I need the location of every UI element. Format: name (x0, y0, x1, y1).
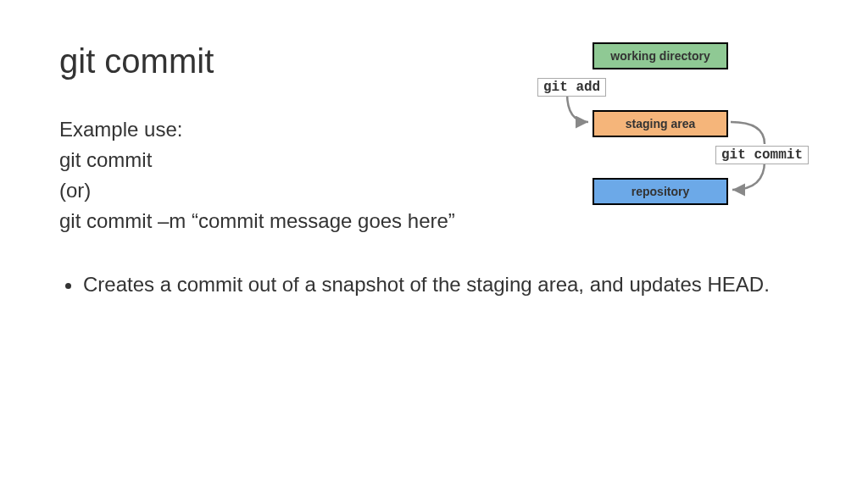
git-commit-label: git commit (715, 146, 809, 164)
repository-box: repository (593, 178, 728, 205)
git-flow-diagram: working directory staging area repositor… (537, 42, 809, 212)
working-directory-box: working directory (593, 42, 728, 69)
bullet-block: Creates a commit out of a snapshot of th… (59, 270, 809, 299)
staging-area-box: staging area (593, 110, 728, 137)
bullet-item: Creates a commit out of a snapshot of th… (83, 270, 809, 299)
git-add-label: git add (537, 78, 606, 97)
